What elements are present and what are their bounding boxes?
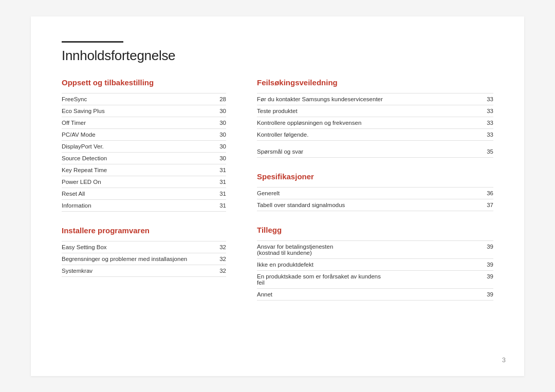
table-row: Information31: [62, 199, 226, 211]
toc-item-page: 33: [478, 128, 493, 140]
toc-item-page: 30: [211, 140, 226, 152]
toc-item-label: Teste produktet: [257, 105, 478, 117]
toc-item-label: Eco Saving Plus: [62, 105, 211, 117]
toc-item-page: 33: [478, 117, 493, 128]
toc-item-page: 39: [478, 240, 493, 258]
table-row: PC/AV Mode30: [62, 128, 226, 140]
toc-item-page: 39: [478, 258, 493, 270]
section-title-feilsoking: Feilsøkingsveiledning: [257, 78, 493, 88]
page-number: 3: [502, 356, 506, 364]
toc-item-page: 36: [478, 187, 493, 199]
section-installere: Installere programvaren Easy Setting Box…: [62, 226, 226, 277]
toc-item-label: FreeSync: [62, 93, 211, 105]
toc-item-label: Source Detection: [62, 152, 211, 164]
toc-item-label: Begrensninger og problemer med installas…: [62, 253, 211, 265]
toc-item-label: Ikke en produktdefekt: [257, 258, 478, 270]
table-row: Key Repeat Time31: [62, 164, 226, 176]
toc-item-page: 32: [211, 253, 226, 265]
toc-item-label: Før du kontakter Samsungs kundeservicese…: [257, 93, 478, 105]
toc-item-page: 32: [211, 265, 226, 276]
toc-item-label: Kontrollere oppløsningen og frekvensen: [257, 117, 478, 128]
toc-item-page: 32: [211, 241, 226, 253]
section-feilsoking: Feilsøkingsveiledning Før du kontakter S…: [257, 78, 493, 158]
toc-item-label: Kontroller følgende.: [257, 128, 478, 140]
table-row: Begrensninger og problemer med installas…: [62, 253, 226, 265]
table-row: Power LED On31: [62, 176, 226, 188]
table-row: [257, 140, 493, 146]
table-row: Teste produktet33: [257, 105, 493, 117]
toc-table-oppsett: FreeSync28 Eco Saving Plus30 Off Timer30…: [62, 93, 226, 212]
toc-item-label: PC/AV Mode: [62, 128, 211, 140]
table-row: Kontrollere oppløsningen og frekvensen33: [257, 117, 493, 128]
page-title: Innholdsfortegnelse: [62, 48, 493, 64]
toc-item-page: 31: [211, 199, 226, 211]
col-left: Oppsett og tilbakestilling FreeSync28 Ec…: [62, 78, 226, 315]
section-title-tillegg: Tillegg: [257, 226, 493, 235]
section-tillegg: Tillegg Ansvar for betalingstjenesten(ko…: [257, 226, 493, 301]
table-row: Eco Saving Plus30: [62, 105, 226, 117]
toc-item-label: Tabell over standard signalmodus: [257, 199, 478, 211]
table-row: Ansvar for betalingstjenesten(kostnad ti…: [257, 240, 493, 258]
toc-item-page: 30: [211, 105, 226, 117]
page: Innholdsfortegnelse Oppsett og tilbakest…: [31, 16, 524, 376]
table-row: Før du kontakter Samsungs kundeservicese…: [257, 93, 493, 105]
table-row: DisplayPort Ver.30: [62, 140, 226, 152]
table-row: Reset All31: [62, 188, 226, 199]
toc-table-installere: Easy Setting Box32 Begrensninger og prob…: [62, 241, 226, 277]
toc-item-page: 33: [478, 93, 493, 105]
toc-item-label: Off Timer: [62, 117, 211, 128]
table-row: Spørsmål og svar35: [257, 146, 493, 158]
toc-item-page: 28: [211, 93, 226, 105]
section-spesifikasjoner: Spesifikasjoner Generelt36 Tabell over s…: [257, 172, 493, 211]
table-row: Ikke en produktdefekt39: [257, 258, 493, 270]
table-row: Systemkrav32: [62, 265, 226, 276]
toc-item-page: 35: [478, 146, 493, 158]
table-row: En produktskade som er forårsaket av kun…: [257, 270, 493, 288]
toc-item-page: 33: [478, 105, 493, 117]
table-row: FreeSync28: [62, 93, 226, 105]
toc-table-spesifikasjoner: Generelt36 Tabell over standard signalmo…: [257, 187, 493, 211]
table-row: Generelt36: [257, 187, 493, 199]
toc-item-page: 39: [478, 288, 493, 300]
section-oppsett: Oppsett og tilbakestilling FreeSync28 Ec…: [62, 78, 226, 212]
toc-columns: Oppsett og tilbakestilling FreeSync28 Ec…: [62, 78, 493, 315]
toc-item-label: Key Repeat Time: [62, 164, 211, 176]
toc-item-page: 30: [211, 117, 226, 128]
col-right: Feilsøkingsveiledning Før du kontakter S…: [257, 78, 493, 315]
table-row: Tabell over standard signalmodus37: [257, 199, 493, 211]
toc-table-feilsoking: Før du kontakter Samsungs kundeservicese…: [257, 93, 493, 158]
toc-item-label: Spørsmål og svar: [257, 146, 478, 158]
toc-item-label: Easy Setting Box: [62, 241, 211, 253]
toc-item-page: 31: [211, 176, 226, 188]
toc-item-label: Annet: [257, 288, 478, 300]
section-title-installere: Installere programvaren: [62, 226, 226, 236]
toc-item-label: En produktskade som er forårsaket av kun…: [257, 270, 478, 288]
table-row: Off Timer30: [62, 117, 226, 128]
section-title-spesifikasjoner: Spesifikasjoner: [257, 172, 493, 182]
toc-item-label: Systemkrav: [62, 265, 211, 276]
toc-item-label: DisplayPort Ver.: [62, 140, 211, 152]
table-row: Source Detection30: [62, 152, 226, 164]
toc-item-page: 30: [211, 128, 226, 140]
table-row: Annet39: [257, 288, 493, 300]
toc-item-page: 30: [211, 152, 226, 164]
toc-item-label: Power LED On: [62, 176, 211, 188]
toc-table-tillegg: Ansvar for betalingstjenesten(kostnad ti…: [257, 240, 493, 301]
title-bar-decoration: [62, 41, 123, 43]
table-row: Easy Setting Box32: [62, 241, 226, 253]
toc-item-page: 31: [211, 164, 226, 176]
toc-item-label: Ansvar for betalingstjenesten(kostnad ti…: [257, 240, 478, 258]
toc-item-label: Information: [62, 199, 211, 211]
toc-item-page: 39: [478, 270, 493, 288]
section-title-oppsett: Oppsett og tilbakestilling: [62, 78, 226, 88]
toc-item-label: Generelt: [257, 187, 478, 199]
toc-item-page: 37: [478, 199, 493, 211]
toc-item-page: 31: [211, 188, 226, 199]
table-row: Kontroller følgende.33: [257, 128, 493, 140]
toc-item-label: Reset All: [62, 188, 211, 199]
